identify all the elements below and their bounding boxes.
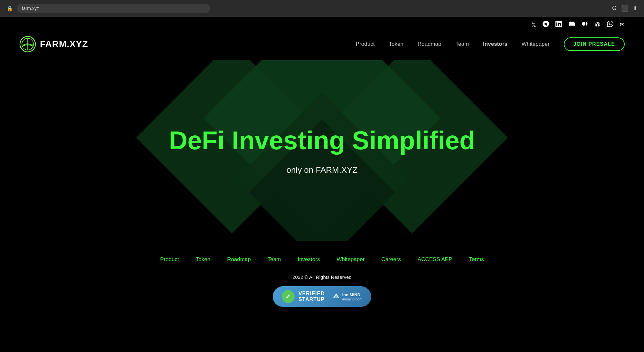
footer-team[interactable]: Team — [268, 256, 281, 263]
badge-verified-label: VERIFIED — [298, 291, 325, 297]
nav-product[interactable]: Product — [356, 41, 375, 47]
medium-icon[interactable] — [582, 21, 588, 29]
nav-whitepaper[interactable]: Whitepaper — [522, 41, 550, 47]
translate-icon[interactable]: ⬛ — [621, 5, 628, 12]
logo[interactable]: FARM.XYZ — [19, 36, 88, 53]
lock-icon: 🔒 — [6, 5, 13, 12]
twitter-icon[interactable]: 𝕏 — [531, 21, 536, 28]
footer-careers[interactable]: Careers — [381, 256, 401, 263]
hero-content: DeFi Investing Simplified only on FARM.X… — [169, 126, 475, 175]
share-icon[interactable]: ⬆ — [633, 5, 638, 12]
hero-section: DeFi Investing Simplified only on FARM.X… — [0, 60, 644, 241]
innmind-url: innmind.com — [342, 297, 362, 301]
footer-product[interactable]: Product — [160, 256, 179, 263]
hero-title: DeFi Investing Simplified — [169, 126, 475, 155]
badge-text: VERIFIED STARTUP — [298, 291, 325, 302]
footer-copyright: 2022 © All Rights Reserved — [19, 274, 625, 280]
social-bar: 𝕏 @ ✉ — [0, 17, 644, 33]
nav-team[interactable]: Team — [456, 41, 469, 47]
google-icon[interactable]: G — [612, 5, 617, 12]
nav-investors[interactable]: Investors — [483, 41, 507, 47]
discord-icon[interactable] — [568, 21, 575, 29]
telegram-icon[interactable] — [543, 21, 549, 29]
main-nav: Product Token Roadmap Team Investors Whi… — [356, 37, 625, 51]
badge-startup-label: STARTUP — [298, 297, 325, 302]
footer-roadmap[interactable]: Roadmap — [227, 256, 251, 263]
whatsapp-icon[interactable] — [607, 21, 613, 29]
innmind-icon — [331, 292, 341, 301]
footer-investors[interactable]: Investors — [298, 256, 320, 263]
logo-icon — [19, 36, 36, 53]
mastodon-icon[interactable]: @ — [595, 21, 601, 28]
browser-actions: G ⬛ ⬆ — [612, 5, 638, 12]
browser-url[interactable]: farm.xyz — [17, 4, 210, 13]
verified-badge[interactable]: ✓ VERIFIED STARTUP inn MIND innmind.com — [19, 286, 625, 307]
footer-nav: Product Token Roadmap Team Investors Whi… — [19, 256, 625, 263]
email-icon[interactable]: ✉ — [620, 21, 625, 28]
innmind-text: inn MIND — [342, 292, 360, 297]
footer: Product Token Roadmap Team Investors Whi… — [0, 241, 644, 313]
browser-bar: 🔒 farm.xyz G ⬛ ⬆ — [0, 0, 644, 17]
footer-access-app[interactable]: ACCESS APP — [418, 256, 452, 263]
footer-terms[interactable]: Terms — [469, 256, 484, 263]
linkedin-icon[interactable] — [555, 21, 562, 29]
nav-roadmap[interactable]: Roadmap — [418, 41, 441, 47]
join-presale-button[interactable]: JOIN PRESALE — [564, 37, 625, 51]
footer-whitepaper[interactable]: Whitepaper — [336, 256, 365, 263]
header: FARM.XYZ Product Token Roadmap Team Inve… — [0, 33, 644, 60]
badge-check-icon: ✓ — [282, 290, 295, 303]
nav-token[interactable]: Token — [389, 41, 403, 47]
logo-text: FARM.XYZ — [40, 39, 88, 49]
innmind-logo: inn MIND innmind.com — [331, 292, 362, 301]
hero-subtitle: only on FARM.XYZ — [169, 165, 475, 175]
footer-token[interactable]: Token — [196, 256, 210, 263]
